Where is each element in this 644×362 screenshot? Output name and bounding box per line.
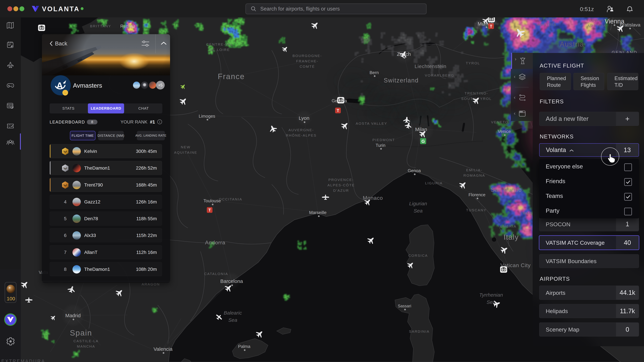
svg-text:Austria: Austria xyxy=(560,40,584,48)
svg-text:Balearic: Balearic xyxy=(224,310,242,316)
svg-text:AUSTRIA: AUSTRIA xyxy=(588,24,606,27)
svg-text:AQUITAINE: AQUITAINE xyxy=(174,150,198,154)
svg-text:France: France xyxy=(218,72,245,81)
svg-text:Liechtenstein: Liechtenstein xyxy=(414,63,446,69)
svg-text:ROMAGNA: ROMAGNA xyxy=(464,173,485,177)
svg-text:DE LOIRE: DE LOIRE xyxy=(210,48,230,52)
svg-text:T: T xyxy=(208,208,211,212)
svg-text:Monaco: Monaco xyxy=(363,195,383,201)
svg-text:Andorra: Andorra xyxy=(205,240,226,246)
svg-text:Switzerland: Switzerland xyxy=(384,77,418,84)
svg-text:Italy: Italy xyxy=(504,233,519,241)
svg-text:Spain: Spain xyxy=(70,329,92,337)
svg-text:CATALONIA: CATALONIA xyxy=(204,272,228,276)
svg-text:CENTRE-VAL: CENTRE-VAL xyxy=(206,42,233,46)
svg-text:PROVENCE-: PROVENCE- xyxy=(328,178,354,182)
svg-text:ALPES-CÔTE: ALPES-CÔTE xyxy=(327,183,355,187)
svg-text:Ligurian: Ligurian xyxy=(409,201,427,206)
svg-text:San Marino: San Marino xyxy=(491,187,522,193)
svg-text:UMBRIA: UMBRIA xyxy=(500,224,516,228)
svg-text:EMILIA-: EMILIA- xyxy=(466,168,482,172)
svg-text:PIEDMONT: PIEDMONT xyxy=(372,138,395,142)
svg-text:TUSCANY: TUSCANY xyxy=(466,208,486,212)
svg-text:Valencia: Valencia xyxy=(154,346,172,352)
svg-text:D'AZUR: D'AZUR xyxy=(333,189,349,192)
svg-text:Rennes: Rennes xyxy=(120,24,135,29)
svg-text:LIGURIA: LIGURIA xyxy=(425,181,442,185)
svg-text:Lyon: Lyon xyxy=(299,115,310,121)
svg-text:T: T xyxy=(490,24,492,28)
svg-text:SARDINIA: SARDINIA xyxy=(409,330,430,333)
svg-text:Genoa: Genoa xyxy=(408,168,421,173)
svg-text:VENETO: VENETO xyxy=(491,120,508,124)
svg-text:AOSTA VALLEY: AOSTA VALLEY xyxy=(356,121,387,125)
svg-text:Tyrrhenian: Tyrrhenian xyxy=(479,292,503,298)
svg-text:Turin: Turin xyxy=(376,143,386,148)
svg-text:Venice: Venice xyxy=(498,129,511,134)
svg-text:Florence: Florence xyxy=(468,192,485,197)
svg-text:RHÔNE-ALPES: RHÔNE-ALPES xyxy=(286,133,317,137)
svg-text:Marseille: Marseille xyxy=(309,210,326,215)
svg-text:AUVERGNE-: AUVERGNE- xyxy=(288,128,314,132)
svg-text:Sea: Sea xyxy=(228,317,237,323)
svg-text:Bern: Bern xyxy=(370,70,379,75)
svg-text:FRANCHE-: FRANCHE- xyxy=(296,59,318,63)
svg-text:LOWER: LOWER xyxy=(589,18,604,22)
svg-text:NEW: NEW xyxy=(181,145,190,149)
svg-text:COMTÉ: COMTÉ xyxy=(300,64,315,68)
svg-text:AUSTRIA: AUSTRIA xyxy=(538,23,556,26)
svg-text:T: T xyxy=(337,108,339,113)
svg-text:CORSICA: CORSICA xyxy=(408,254,428,257)
svg-text:VORARLBERG: VORARLBERG xyxy=(425,73,454,77)
svg-text:UPPER: UPPER xyxy=(540,17,554,21)
svg-text:BOURGOGNE-: BOURGOGNE- xyxy=(292,54,322,58)
svg-text:Limoges: Limoges xyxy=(199,114,215,119)
svg-text:Madrid: Madrid xyxy=(65,313,81,318)
svg-text:TRENTINO-: TRENTINO- xyxy=(464,91,488,95)
svg-text:BRITTANY: BRITTANY xyxy=(90,24,111,28)
svg-text:Sassari: Sassari xyxy=(398,304,411,308)
svg-text:Palma: Palma xyxy=(238,344,250,349)
svg-text:OCCITANIA: OCCITANIA xyxy=(219,197,242,201)
svg-text:Barcelona: Barcelona xyxy=(220,278,243,284)
svg-text:TYROL: TYROL xyxy=(466,61,480,65)
svg-text:CASTILE-LA: CASTILE-LA xyxy=(74,339,98,343)
svg-text:G: G xyxy=(422,139,425,144)
svg-text:MANCHA: MANCHA xyxy=(77,345,95,348)
svg-text:Sea: Sea xyxy=(414,208,422,214)
svg-text:Toulouse: Toulouse xyxy=(204,198,221,203)
